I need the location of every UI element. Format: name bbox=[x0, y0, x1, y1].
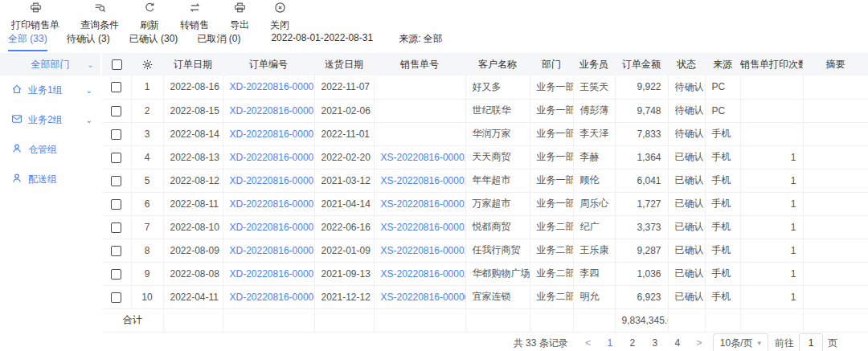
cell-sales-no-link[interactable]: XS-20220816-000010 bbox=[374, 262, 465, 285]
chevron-down-icon[interactable]: ⌄ bbox=[86, 116, 92, 124]
cell-status: 已确认 bbox=[668, 145, 705, 169]
cell-source: 手机 bbox=[705, 215, 740, 239]
cell-order-no-link[interactable]: XD-20220816-000015 bbox=[223, 145, 314, 169]
department-dropdown[interactable]: 全部部门 ⌄ bbox=[0, 53, 100, 76]
row-checkbox[interactable] bbox=[111, 176, 121, 186]
cell-sales-no-link[interactable]: XS-20220816-000014 bbox=[374, 169, 465, 192]
cell-order-no-link[interactable]: XD-20220816-000011 bbox=[223, 239, 314, 262]
gear-icon[interactable] bbox=[141, 58, 154, 69]
cell-sales-no-link[interactable]: XS-20220816-000013 bbox=[374, 192, 465, 215]
orders-table: 订单日期 订单编号 送货日期 销售单号 客户名称 部门 业务员 订单金额 状态 … bbox=[102, 53, 868, 333]
cell-sales-no-link[interactable] bbox=[374, 76, 465, 99]
tool-label: 查询条件 bbox=[80, 18, 119, 32]
tab-cancelled[interactable]: 已取消 (0) bbox=[197, 32, 240, 50]
cell-summary bbox=[803, 122, 868, 145]
sidebar-item-warehouse[interactable]: 仓管组 bbox=[0, 135, 100, 165]
table-row: 7 2022-08-10 XD-20220816-000012 2022-06-… bbox=[102, 215, 868, 239]
home-icon bbox=[11, 84, 23, 97]
col-delivery-date: 送货日期 bbox=[314, 53, 374, 76]
cell-sales-no-link[interactable] bbox=[374, 122, 465, 145]
query-conditions-button[interactable]: 查询条件 bbox=[80, 2, 119, 32]
page-size-select[interactable]: 10条/页 ▾ bbox=[713, 333, 768, 351]
page-1-button[interactable]: 1 bbox=[602, 337, 618, 349]
cell-sales-no-link[interactable]: XS-20220816-000015 bbox=[374, 145, 465, 169]
select-all-checkbox[interactable] bbox=[112, 59, 122, 70]
cell-order-no-link[interactable]: XD-20220816-000018 bbox=[223, 76, 314, 99]
cell-department: 业务二部 bbox=[530, 262, 573, 285]
cell-sales-no-link[interactable]: XS-20220816-000011 bbox=[374, 239, 465, 262]
transfer-to-sales-button[interactable]: 转销售 bbox=[180, 2, 209, 32]
row-checkbox[interactable] bbox=[111, 106, 121, 116]
sidebar-item-group1[interactable]: 业务1组 ⌄ bbox=[0, 76, 100, 105]
cell-order-no-link[interactable]: XD-20220816-000013 bbox=[223, 192, 314, 215]
refresh-button[interactable]: 刷新 bbox=[140, 2, 159, 32]
page-4-button[interactable]: 4 bbox=[669, 337, 686, 349]
row-checkbox[interactable] bbox=[111, 269, 121, 280]
tool-label: 关闭 bbox=[270, 18, 289, 32]
cell-print-count: 1 bbox=[740, 192, 803, 215]
col-source: 来源 bbox=[705, 53, 740, 76]
tool-label: 刷新 bbox=[140, 18, 159, 32]
table-body: 1 2022-08-16 XD-20220816-000018 2022-11-… bbox=[102, 76, 868, 308]
cell-order-no-link[interactable]: XD-20220816-000017 bbox=[223, 99, 314, 122]
cell-row-index: 6 bbox=[131, 192, 163, 215]
cell-sales-no-link[interactable]: XS-20220816-000009 bbox=[374, 285, 465, 308]
cell-sales-no-link[interactable] bbox=[374, 99, 465, 122]
chevron-down-icon[interactable]: ⌄ bbox=[86, 86, 92, 95]
cell-customer: 华润万家 bbox=[465, 122, 530, 145]
cell-salesperson: 纪广 bbox=[573, 215, 615, 239]
cell-order-date: 2022-08-12 bbox=[163, 169, 223, 192]
cell-salesperson: 明允 bbox=[573, 285, 615, 308]
row-select-cell bbox=[102, 99, 131, 122]
cell-order-date: 2022-04-11 bbox=[163, 285, 223, 308]
sidebar-item-label: 仓管组 bbox=[28, 143, 92, 157]
cell-source: 手机 bbox=[705, 192, 740, 215]
chevron-down-icon: ▾ bbox=[757, 339, 761, 347]
tab-all[interactable]: 全部 (33) bbox=[8, 32, 47, 51]
page-3-button[interactable]: 3 bbox=[647, 337, 663, 349]
cell-order-no-link[interactable]: XD-20220816-000010 bbox=[223, 262, 314, 285]
cell-delivery-date: 2022-11-01 bbox=[314, 122, 374, 145]
cell-row-index: 3 bbox=[131, 122, 163, 145]
cell-order-no-link[interactable]: XD-20220816-000016 bbox=[223, 122, 314, 145]
cell-delivery-date: 2021-04-14 bbox=[314, 192, 374, 215]
next-page-button[interactable]: > bbox=[692, 337, 706, 349]
source-filter[interactable]: 来源: 全部 bbox=[399, 32, 443, 46]
table-row: 4 2022-08-13 XD-20220816-000015 2022-02-… bbox=[102, 145, 868, 169]
sidebar-item-group2[interactable]: 业务2组 ⌄ bbox=[0, 105, 100, 135]
chevron-down-icon: ⌄ bbox=[88, 60, 94, 69]
tab-pending[interactable]: 待确认 (3) bbox=[67, 32, 110, 50]
col-order-no: 订单编号 bbox=[223, 53, 314, 76]
date-range-filter[interactable]: 2022-08-01-2022-08-31 bbox=[271, 32, 373, 43]
sidebar-item-label: 业务1组 bbox=[28, 84, 80, 97]
print-sales-order-button[interactable]: 打印销售单 bbox=[11, 2, 59, 32]
row-checkbox[interactable] bbox=[111, 246, 121, 256]
row-checkbox[interactable] bbox=[111, 199, 121, 210]
page-2-button[interactable]: 2 bbox=[624, 337, 641, 349]
row-checkbox[interactable] bbox=[111, 153, 121, 163]
cell-order-no-link[interactable]: XD-20220816-000012 bbox=[223, 215, 314, 239]
row-checkbox[interactable] bbox=[111, 222, 121, 233]
cell-source: 手机 bbox=[705, 285, 740, 308]
cell-sales-no-link[interactable]: XS-20220816-000012 bbox=[374, 215, 465, 239]
row-select-cell bbox=[102, 122, 131, 145]
cell-order-no-link[interactable]: XD-20220816-000009 bbox=[223, 285, 314, 308]
tab-confirmed[interactable]: 已确认 (30) bbox=[129, 32, 178, 50]
cell-row-index: 5 bbox=[131, 169, 163, 192]
export-button[interactable]: 导出 bbox=[230, 2, 249, 32]
close-button[interactable]: 关闭 bbox=[270, 2, 289, 32]
table-row: 5 2022-08-12 XD-20220816-000014 2021-03-… bbox=[102, 169, 868, 192]
cell-order-no-link[interactable]: XD-20220816-000014 bbox=[223, 169, 314, 192]
goto-page-input[interactable] bbox=[799, 333, 823, 351]
row-checkbox[interactable] bbox=[111, 129, 121, 140]
table-row: 3 2022-08-14 XD-20220816-000016 2022-11-… bbox=[102, 122, 868, 145]
sidebar-item-delivery[interactable]: 配送组 bbox=[0, 165, 100, 194]
col-sales-no: 销售单号 bbox=[374, 53, 465, 76]
cell-source: PC bbox=[705, 99, 740, 122]
cell-customer: 万家超市 bbox=[465, 192, 530, 215]
prev-page-button[interactable]: < bbox=[581, 337, 596, 349]
row-checkbox[interactable] bbox=[111, 292, 121, 303]
row-checkbox[interactable] bbox=[111, 82, 121, 92]
cell-department: 业务二部 bbox=[530, 285, 573, 308]
cell-source: 手机 bbox=[705, 122, 740, 145]
